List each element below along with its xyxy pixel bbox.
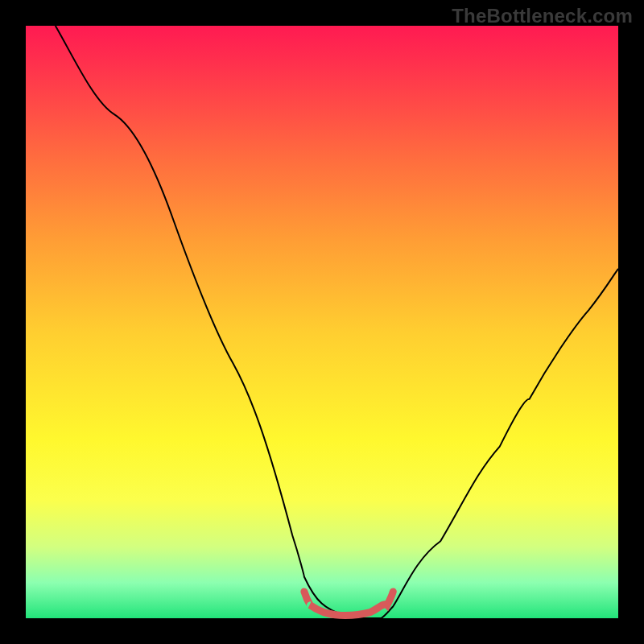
chart-frame: TheBottleneck.com — [0, 0, 644, 644]
bottleneck-curve — [56, 26, 618, 618]
plot-area — [26, 26, 618, 618]
optimal-region-marker — [304, 592, 393, 616]
watermark-text: TheBottleneck.com — [452, 5, 633, 27]
curve-layer — [26, 26, 618, 618]
